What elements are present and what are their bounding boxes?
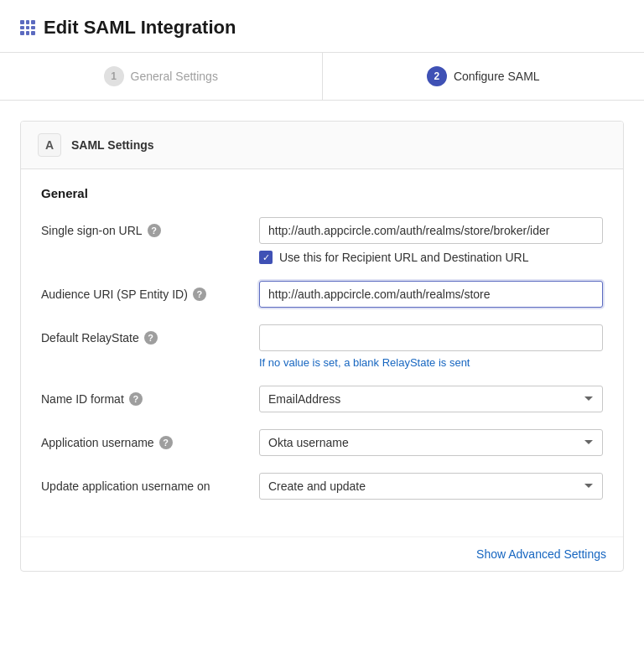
relay-state-label: Default RelayState ? [41, 324, 259, 345]
field-audience-uri: Audience URI (SP Entity ID) ? [41, 281, 603, 308]
audience-uri-wrap [259, 281, 603, 308]
section-title: General [41, 186, 603, 200]
update-username-on-label: Update application username on [41, 473, 259, 493]
card-header: A SAML Settings [21, 122, 623, 169]
recipient-url-label: Use this for Recipient URL and Destinati… [279, 251, 529, 264]
audience-uri-help-icon[interactable]: ? [193, 288, 206, 301]
show-advanced-settings-link[interactable]: Show Advanced Settings [476, 547, 606, 561]
relay-state-wrap: If no value is set, a blank RelayState i… [259, 324, 603, 369]
step-2-circle: 2 [427, 66, 447, 86]
recipient-url-checkbox[interactable]: ✓ [259, 251, 273, 264]
sso-url-help-icon[interactable]: ? [148, 224, 161, 237]
name-id-format-label: Name ID format ? [41, 386, 259, 406]
settings-card: A SAML Settings General Single sign-on U… [20, 121, 624, 572]
step-1-label: General Settings [131, 70, 218, 83]
name-id-format-select[interactable]: Unspecified EmailAddress X509SubjectName… [259, 386, 603, 412]
application-username-wrap: Okta username Email AD SAM Account Name … [259, 429, 603, 456]
field-update-username-on: Update application username on Create an… [41, 473, 603, 500]
step-configure-saml[interactable]: 2 Configure SAML [323, 53, 645, 100]
relay-state-help-icon[interactable]: ? [144, 331, 158, 345]
main-content: A SAML Settings General Single sign-on U… [0, 101, 644, 592]
step-general-settings[interactable]: 1 General Settings [0, 53, 323, 100]
sso-url-label: Single sign-on URL ? [41, 217, 259, 237]
step-1-circle: 1 [104, 66, 124, 86]
field-relay-state: Default RelayState ? If no value is set,… [41, 324, 603, 369]
application-username-select[interactable]: Okta username Email AD SAM Account Name … [259, 429, 603, 456]
grid-icon [20, 20, 35, 35]
update-username-on-wrap: Create and update Create only [259, 473, 603, 500]
field-application-username: Application username ? Okta username Ema… [41, 429, 603, 456]
audience-uri-input[interactable] [259, 281, 603, 308]
field-sso-url: Single sign-on URL ? ✓ Use this for Reci… [41, 217, 603, 264]
application-username-help-icon[interactable]: ? [159, 436, 173, 449]
card-body: General Single sign-on URL ? ✓ Use this … [21, 169, 623, 536]
application-username-label: Application username ? [41, 429, 259, 449]
sso-url-input[interactable] [259, 217, 603, 244]
relay-state-input[interactable] [259, 324, 603, 351]
name-id-format-wrap: Unspecified EmailAddress X509SubjectName… [259, 386, 603, 412]
card-title: SAML Settings [71, 138, 154, 152]
step-2-label: Configure SAML [454, 70, 540, 83]
audience-uri-label: Audience URI (SP Entity ID) ? [41, 281, 259, 301]
card-footer: Show Advanced Settings [21, 536, 623, 571]
name-id-format-help-icon[interactable]: ? [129, 392, 143, 406]
update-username-on-select[interactable]: Create and update Create only [259, 473, 603, 500]
field-name-id-format: Name ID format ? Unspecified EmailAddres… [41, 386, 603, 412]
recipient-url-checkbox-row: ✓ Use this for Recipient URL and Destina… [259, 251, 603, 264]
relay-state-hint: If no value is set, a blank RelayState i… [259, 356, 603, 369]
sso-url-wrap: ✓ Use this for Recipient URL and Destina… [259, 217, 603, 264]
page-title: Edit SAML Integration [20, 17, 236, 39]
steps-bar: 1 General Settings 2 Configure SAML [0, 53, 644, 101]
card-badge: A [38, 133, 61, 157]
page-header: Edit SAML Integration [0, 0, 644, 53]
